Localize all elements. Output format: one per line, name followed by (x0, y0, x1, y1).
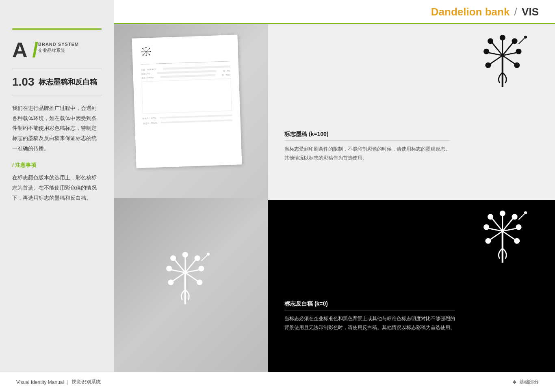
svg-line-2 (146, 49, 149, 52)
footer-left: Visual Identity Manual | 视觉识别系统 (16, 379, 101, 386)
dandelion-black-logo-right (478, 32, 539, 101)
footer-icon: ❖ (512, 379, 517, 385)
svg-line-47 (519, 38, 525, 44)
right-bottom-logo (478, 208, 539, 279)
dandelion-white-logo-right (478, 208, 539, 277)
svg-line-64 (519, 214, 525, 220)
center-bottom-logo (160, 250, 221, 320)
svg-point-48 (524, 36, 527, 39)
sidebar-green-line (12, 28, 102, 30)
svg-line-38 (503, 56, 515, 64)
svg-point-39 (515, 63, 519, 67)
svg-point-65 (524, 211, 527, 214)
right-top-logo (478, 32, 539, 103)
svg-point-58 (486, 239, 490, 243)
footer-section-text: 基础部分 (519, 379, 539, 386)
paper-mockup: 主题：SUBJECT 日期：TO: 页：PG: 来自：FROM: 页：PGS: (132, 35, 242, 168)
svg-point-20 (199, 266, 204, 271)
sidebar-divider-1 (12, 69, 102, 69)
right-bottom-panel: 标志反白稿 (k=0) 当标志必须在企业标准色和黑色背景上或其他与标准色标志明度… (268, 200, 555, 372)
footer-cn-text: 视觉识别系统 (72, 379, 101, 386)
svg-point-11 (141, 51, 143, 52)
svg-point-56 (515, 239, 519, 243)
center-images: 主题：SUBJECT 日期：TO: 页：PG: 来自：FROM: 页：PGS: (114, 24, 268, 372)
spec-desc-white-2: 背景使用且无法印制彩色时，请使用反白稿。其他情况以标志彩稿为首选使用。 (284, 323, 455, 332)
svg-line-6 (146, 52, 149, 54)
right-top-text: 标志墨稿 (k=100) 当标志受到印刷条件的限制，不能印制彩色的时候，请使用标… (284, 118, 450, 162)
svg-point-22 (197, 280, 202, 284)
svg-point-31 (207, 253, 210, 256)
svg-point-62 (488, 215, 492, 219)
dandelion-white-logo (160, 250, 221, 319)
svg-line-8 (143, 52, 146, 54)
center-bottom-image (114, 198, 268, 372)
sidebar-divider-2 (12, 95, 102, 95)
svg-line-12 (143, 49, 146, 52)
footer-right: ❖ 基础部分 (512, 379, 539, 386)
notice-text: 在标志颜色版本的选用上，彩色稿标志为首选。在不能使用彩色稿的情况下，再选用标志的… (12, 173, 102, 203)
main-content: 主题：SUBJECT 日期：TO: 页：PG: 来自：FROM: 页：PGS: (114, 24, 555, 372)
section-title-row: 1.03 标志墨稿和反白稿 (12, 75, 102, 88)
notice-title: / 注意事项 (12, 162, 102, 169)
svg-point-33 (500, 35, 505, 40)
right-panels: 标志墨稿 (k=100) 当标志受到印刷条件的限制，不能印制彩色的时候，请使用标… (268, 24, 555, 372)
footer-manual-text: Visual Identity Manual (16, 379, 64, 385)
brand-slash: / (514, 6, 517, 18)
svg-line-30 (202, 255, 207, 261)
spec-desc-white-1: 当标志必须在企业标准色和黑色背景上或其他与标准色标志明度对比不够强烈的 (284, 314, 455, 323)
svg-point-60 (484, 225, 489, 229)
svg-point-5 (150, 51, 151, 52)
svg-line-57 (490, 231, 503, 240)
svg-point-35 (512, 39, 517, 43)
brand-cn: 企业品牌系统 (38, 47, 79, 54)
big-a-logo: A/ (12, 39, 38, 60)
svg-point-26 (167, 266, 171, 271)
svg-point-1 (145, 47, 147, 48)
spec-desc-1: 当标志受到印刷条件的限制，不能印制彩色的时候，请使用标志的墨稿形态。 (284, 145, 450, 154)
svg-point-54 (516, 225, 521, 229)
brand-en: BRAND SYSTEM (38, 42, 79, 47)
page-footer: Visual Identity Manual | 视觉识别系统 ❖ 基础部分 (0, 372, 555, 392)
svg-point-41 (486, 63, 490, 67)
brand-title: Dandelion bank / VIS (431, 6, 539, 18)
sidebar-description: 我们在进行品牌推广过程中，会遇到各种载体环境，如在载体中因受到条件制约不能使用彩… (12, 103, 102, 153)
center-top-image: 主题：SUBJECT 日期：TO: 页：PG: 来自：FROM: 页：PGS: (114, 24, 268, 198)
svg-line-23 (173, 273, 185, 281)
svg-point-24 (169, 280, 173, 284)
svg-point-43 (484, 49, 489, 54)
paper-logo-area (140, 43, 230, 58)
right-bottom-text: 标志反白稿 (k=0) 当标志必须在企业标准色和黑色背景上或其他与标准色标志明度… (284, 292, 455, 332)
svg-line-55 (503, 231, 515, 240)
right-top-panel: 标志墨稿 (k=100) 当标志受到印刷条件的限制，不能印制彩色的时候，请使用标… (268, 24, 555, 200)
svg-line-21 (185, 273, 198, 281)
svg-point-52 (512, 215, 517, 219)
brand-text: BRAND SYSTEM 企业品牌系统 (38, 39, 79, 54)
svg-point-45 (488, 39, 492, 43)
svg-point-16 (183, 252, 187, 257)
svg-point-18 (195, 256, 199, 261)
brand-vis: VIS (522, 6, 539, 18)
svg-point-37 (516, 49, 521, 54)
brand-system-header: A/ BRAND SYSTEM 企业品牌系统 (12, 39, 102, 60)
section-title: 标志墨稿和反白稿 (39, 77, 97, 87)
spec-desc-2: 其他情况以标志的彩稿作为首选使用。 (284, 154, 450, 163)
svg-point-50 (500, 211, 505, 215)
sidebar: A/ BRAND SYSTEM 企业品牌系统 1.03 标志墨稿和反白稿 我们在… (0, 0, 114, 392)
svg-line-40 (490, 56, 503, 64)
paper-dandelion-icon (140, 46, 152, 58)
section-number: 1.03 (12, 75, 35, 88)
footer-divider: | (67, 379, 68, 385)
brand-name-orange: Dandelion bank (431, 6, 510, 18)
spec-title-black: 标志墨稿 (k=100) (284, 131, 450, 141)
spec-title-white: 标志反白稿 (k=0) (284, 300, 455, 310)
svg-point-28 (171, 256, 175, 261)
